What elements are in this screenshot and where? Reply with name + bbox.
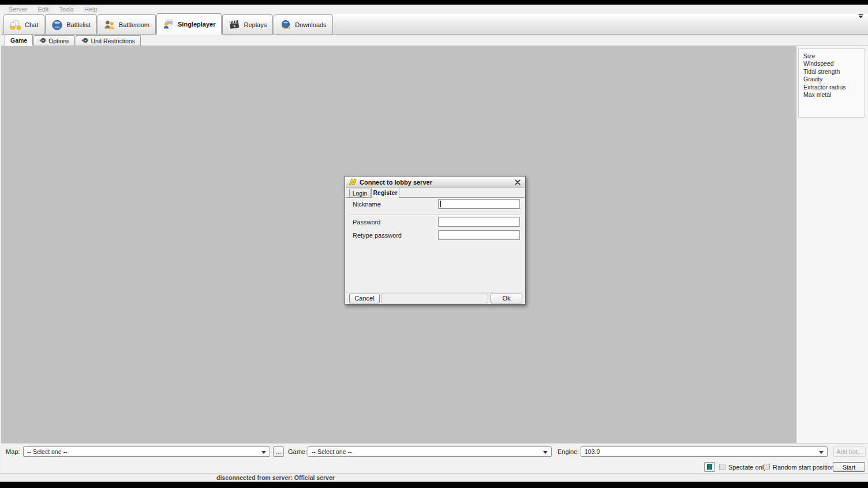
spectate-only-label[interactable]: Spectate only <box>728 464 767 471</box>
retype-password-input[interactable] <box>438 230 520 240</box>
spectate-only-checkbox[interactable] <box>719 464 725 470</box>
chat-icon <box>10 20 21 30</box>
globe-icon <box>51 20 63 30</box>
map-info-sidebar: Size Windspeed Tidal strength Gravity Ex… <box>796 46 868 443</box>
tab-downloads-label: Downloads <box>295 21 326 28</box>
random-start-label[interactable]: Random start positions <box>773 464 838 471</box>
subtab-unit-restrictions-label: Unit Restrictions <box>91 37 134 44</box>
tab-singleplayer-label: Singleplayer <box>178 21 215 28</box>
menu-help[interactable]: Help <box>79 6 103 13</box>
singleplayer-subtabs: Game Options Unit Restrictions <box>1 35 868 46</box>
ok-button[interactable]: Ok <box>491 294 522 303</box>
map-select-value: -- Select one -- <box>27 448 67 455</box>
tab-replays[interactable]: Replays <box>222 14 273 34</box>
tab-battleroom-label: Battleroom <box>119 21 149 28</box>
tab-battlelist[interactable]: Battlelist <box>45 14 97 34</box>
team-color-swatch <box>707 464 712 470</box>
dialog-tab-register[interactable]: Register <box>371 187 399 198</box>
globe-download-icon <box>280 20 291 30</box>
map-info-panel: Size Windspeed Tidal strength Gravity Ex… <box>798 48 865 118</box>
password-input[interactable] <box>438 217 520 227</box>
nickname-input[interactable] <box>438 199 520 209</box>
main-toolbar: Chat Battlelist <box>1 14 868 35</box>
subtab-unit-restrictions[interactable]: Unit Restrictions <box>76 35 140 46</box>
game-select-value: -- Select one -- <box>312 448 351 455</box>
text-caret <box>440 201 441 207</box>
dialog-status-strip <box>381 294 488 303</box>
dialog-tab-login[interactable]: Login <box>349 189 371 197</box>
start-button[interactable]: Start <box>833 462 865 472</box>
users-icon <box>104 20 115 30</box>
tab-singleplayer[interactable]: Singleplayer <box>156 13 222 34</box>
clapperboard-icon <box>229 20 240 30</box>
chevron-down-icon <box>261 451 266 454</box>
menubar: Server Edit Tools Help <box>0 5 868 14</box>
tab-battleroom[interactable]: Battleroom <box>98 14 156 34</box>
player-monitor-icon <box>163 19 174 29</box>
subtab-options[interactable]: Options <box>33 35 75 46</box>
map-info-tidal: Tidal strength <box>803 68 865 76</box>
team-color-button[interactable] <box>704 462 715 472</box>
lightning-icon <box>349 178 357 186</box>
toolbar-overflow-icon[interactable] <box>858 13 863 20</box>
map-info-maxmetal: Max metal <box>803 91 865 99</box>
subtab-options-label: Options <box>48 37 69 44</box>
engine-select[interactable]: 103.0 <box>581 446 828 457</box>
connect-dialog: Connect to lobby server Login Register N… <box>345 176 526 305</box>
engine-label: Engine: <box>558 446 579 457</box>
tab-chat[interactable]: Chat <box>3 14 44 34</box>
gamepad-icon <box>81 37 88 45</box>
app-window: Server Edit Tools Help Chat <box>0 0 868 488</box>
button-row-divider <box>346 292 525 293</box>
menu-tools[interactable]: Tools <box>54 6 79 13</box>
subtab-game[interactable]: Game <box>5 34 33 46</box>
random-start-checkbox[interactable] <box>764 464 770 470</box>
cancel-button[interactable]: Cancel <box>349 294 380 303</box>
menu-server[interactable]: Server <box>3 6 32 13</box>
close-icon[interactable] <box>514 179 522 186</box>
chevron-down-icon <box>819 451 824 454</box>
field-separator <box>350 215 522 216</box>
connection-status-text: disconnected from server: Official serve… <box>216 474 335 481</box>
map-info-extractor: Extractor radius <box>803 84 865 91</box>
map-info-size: Size <box>803 52 865 60</box>
tab-chat-label: Chat <box>25 21 38 28</box>
map-label: Map: <box>6 446 20 457</box>
map-select[interactable]: -- Select one -- <box>23 446 270 457</box>
map-info-gravity: Gravity <box>803 76 865 83</box>
gamepad-icon <box>39 37 46 45</box>
retype-password-label: Retype password <box>353 232 402 239</box>
map-browse-button[interactable]: ... <box>273 446 284 457</box>
map-info-windspeed: Windspeed <box>803 60 865 67</box>
game-label: Game: <box>288 446 307 457</box>
tab-battlelist-label: Battlelist <box>66 21 91 28</box>
nickname-label: Nickname <box>353 201 381 208</box>
add-bot-button[interactable]: Add bot... <box>833 446 866 457</box>
tab-downloads[interactable]: Downloads <box>274 14 332 34</box>
status-bar: disconnected from server: Official serve… <box>0 473 868 482</box>
engine-select-value: 103.0 <box>585 448 600 455</box>
tab-replays-label: Replays <box>244 21 267 28</box>
battle-settings-bar: Map: -- Select one -- ... Game: -- Selec… <box>1 443 868 473</box>
password-label: Password <box>353 219 380 226</box>
chevron-down-icon <box>543 451 548 454</box>
menu-edit[interactable]: Edit <box>32 6 54 13</box>
subtab-game-label: Game <box>10 37 27 44</box>
dialog-title: Connect to lobby server <box>360 179 514 186</box>
game-select[interactable]: -- Select one -- <box>308 446 552 457</box>
